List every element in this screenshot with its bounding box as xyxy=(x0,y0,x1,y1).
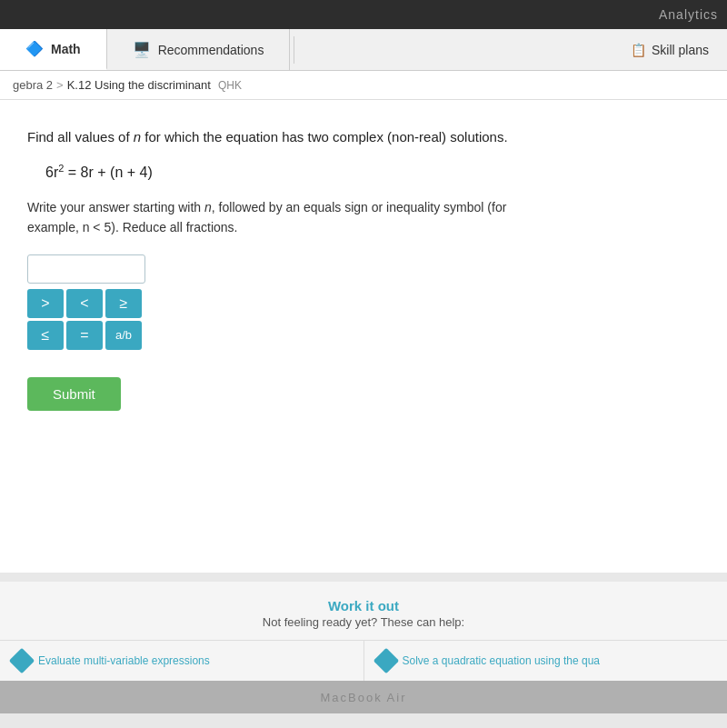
help-links: Evaluate multi-variable expressions Solv… xyxy=(0,640,727,681)
tab-recommendations[interactable]: 🖥️ Recommendations xyxy=(107,29,291,70)
equation-display: 6r2 = 8r + (n + 4) xyxy=(45,163,700,181)
top-bar: Analytics xyxy=(0,0,727,29)
answer-instruction: Write your answer starting with n, follo… xyxy=(27,197,700,238)
variable-n: n xyxy=(134,129,141,145)
tab-math-label: Math xyxy=(51,42,81,56)
answer-area: > < ≥ ≤ = a/b xyxy=(27,254,700,350)
work-it-out-sub: Not feeling ready yet? These can help: xyxy=(0,615,727,629)
nav-divider xyxy=(294,36,294,64)
tab-recommendations-label: Recommendations xyxy=(158,43,264,57)
macbook-bar: MacBook Air xyxy=(0,681,727,713)
macbook-label: MacBook Air xyxy=(321,691,407,704)
nav-right: 📋 Skill plans xyxy=(631,29,727,70)
fraction-icon: a/b xyxy=(115,329,132,341)
breadcrumb: gebra 2 > K.12 Using the discriminant QH… xyxy=(0,71,727,100)
math-icon: 🔷 xyxy=(25,40,44,57)
lte-button[interactable]: ≤ xyxy=(27,321,64,350)
gte-button[interactable]: ≥ xyxy=(105,289,142,318)
fraction-button[interactable]: a/b xyxy=(105,321,142,350)
recommendations-icon: 🖥️ xyxy=(133,41,151,58)
work-it-out: Work it out Not feeling ready yet? These… xyxy=(0,598,727,629)
submit-button[interactable]: Submit xyxy=(27,377,121,411)
diamond-icon-1 xyxy=(9,648,35,673)
breadcrumb-root: gebra 2 xyxy=(13,78,53,92)
breadcrumb-code: QHK xyxy=(218,79,242,92)
nav-tabs: 🔷 Math 🖥️ Recommendations 📋 Skill plans xyxy=(0,29,727,71)
top-bar-title: Analytics xyxy=(659,7,718,22)
problem-instruction: Find all values of n for which the equat… xyxy=(27,127,700,148)
help-link-2-label: Solve a quadratic equation using the qua xyxy=(403,654,601,667)
help-link-1[interactable]: Evaluate multi-variable expressions xyxy=(0,641,364,681)
diamond-icon-2 xyxy=(373,648,398,673)
less-than-button[interactable]: < xyxy=(66,289,103,318)
main-content: Find all values of n for which the equat… xyxy=(0,100,727,573)
skill-plans-item[interactable]: 📋 Skill plans xyxy=(631,43,709,57)
breadcrumb-item: K.12 Using the discriminant xyxy=(67,78,211,92)
help-link-2[interactable]: Solve a quadratic equation using the qua xyxy=(364,641,728,681)
skill-plans-label: Skill plans xyxy=(652,43,709,57)
work-it-out-title: Work it out xyxy=(0,598,727,613)
skill-plans-icon: 📋 xyxy=(631,43,646,57)
greater-than-button[interactable]: > xyxy=(27,289,64,318)
bottom-section: Work it out Not feeling ready yet? These… xyxy=(0,582,727,681)
answer-input[interactable] xyxy=(27,254,145,284)
help-link-1-label: Evaluate multi-variable expressions xyxy=(38,654,210,667)
symbol-buttons: > < ≥ ≤ = a/b xyxy=(27,289,145,350)
equals-button[interactable]: = xyxy=(66,321,103,350)
tab-math[interactable]: 🔷 Math xyxy=(0,29,107,70)
breadcrumb-separator: > xyxy=(56,78,64,92)
